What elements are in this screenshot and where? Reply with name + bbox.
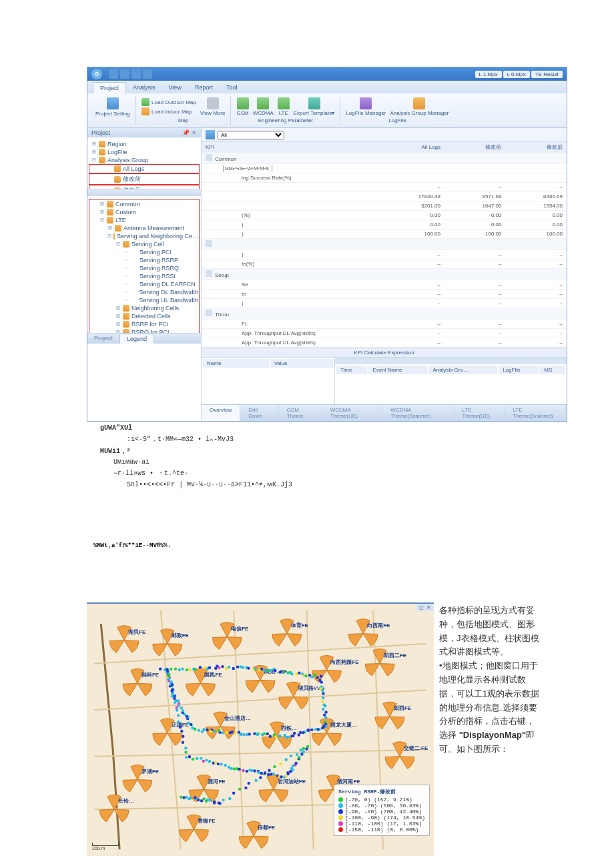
- drive-test-point[interactable]: [234, 732, 236, 735]
- kpi-row[interactable]: Se–––: [202, 280, 567, 290]
- drive-test-point[interactable]: [187, 721, 190, 724]
- tree-item[interactable]: 修改后: [89, 185, 200, 189]
- drive-test-point[interactable]: [310, 675, 313, 678]
- drive-test-point[interactable]: [320, 681, 323, 683]
- expand-icon[interactable]: ⊟: [99, 218, 105, 223]
- tab-view[interactable]: View: [162, 82, 188, 93]
- kpi-row[interactable]: App. Throughput DL Avg(kbit/s)–––: [202, 329, 567, 338]
- drive-test-point[interactable]: [254, 667, 257, 670]
- expand-icon[interactable]: ⊞: [115, 314, 121, 319]
- theme-tab[interactable]: WCDMA Theme(Scanner): [382, 405, 454, 421]
- drive-test-point[interactable]: [260, 772, 263, 775]
- scroll-header[interactable]: [335, 358, 567, 364]
- drive-test-point[interactable]: [321, 727, 324, 729]
- close-icon[interactable]: ✕: [426, 604, 431, 610]
- tree-item[interactable]: ⊟LTE: [90, 216, 198, 224]
- drive-test-point[interactable]: [256, 733, 259, 736]
- expand-icon[interactable]: [107, 166, 112, 171]
- col-header[interactable]: Analysis Gro…: [428, 366, 497, 374]
- drive-test-point[interactable]: [321, 700, 324, 703]
- drive-test-point[interactable]: [246, 733, 248, 736]
- cell-site-sector[interactable]: [123, 780, 137, 793]
- drive-test-point[interactable]: [299, 731, 302, 734]
- drive-test-point[interactable]: [264, 771, 266, 774]
- tab-report[interactable]: Report: [188, 82, 220, 93]
- drive-test-point[interactable]: [179, 726, 182, 729]
- drive-test-point[interactable]: [273, 733, 276, 736]
- drive-test-point[interactable]: [228, 797, 231, 800]
- drive-test-point[interactable]: [246, 770, 248, 773]
- kpi-row[interactable]: te–––: [202, 290, 567, 299]
- tree-item[interactable]: ⊞Antenna Measurement: [90, 224, 198, 232]
- legend-tab[interactable]: Legend: [119, 334, 154, 344]
- tree-item[interactable]: →Serving DL Bandwidth: [90, 288, 198, 296]
- drive-test-point[interactable]: [310, 729, 313, 731]
- expand-icon[interactable]: [206, 240, 212, 247]
- drive-test-point[interactable]: [218, 729, 220, 732]
- analysis-group-manager-button[interactable]: Analysis Group Manager: [390, 97, 448, 116]
- drive-test-point[interactable]: [320, 675, 322, 677]
- expand-icon[interactable]: ⊞: [115, 306, 121, 311]
- expand-icon[interactable]: [206, 154, 212, 161]
- expand-icon[interactable]: →: [123, 250, 129, 255]
- cell-site-sector[interactable]: [380, 664, 394, 677]
- cell-site-sector[interactable]: [123, 683, 137, 696]
- theme-tab[interactable]: WCDMA Theme(UE): [322, 405, 383, 421]
- expand-icon[interactable]: ⊞: [91, 141, 97, 147]
- drive-test-point[interactable]: [222, 799, 224, 801]
- drive-test-point[interactable]: [194, 728, 196, 731]
- drive-test-point[interactable]: [214, 761, 217, 764]
- drive-test-point[interactable]: [274, 669, 276, 672]
- cell-site-sector[interactable]: [254, 836, 268, 849]
- drive-test-point[interactable]: [176, 707, 178, 709]
- cell-site-sector[interactable]: [194, 829, 209, 842]
- cell-site-sector[interactable]: [279, 697, 294, 709]
- drive-test-point[interactable]: [186, 715, 188, 718]
- drive-test-point[interactable]: [191, 727, 194, 729]
- drive-test-point[interactable]: [171, 683, 174, 686]
- drive-test-point[interactable]: [272, 773, 275, 775]
- drive-test-point[interactable]: [192, 758, 194, 761]
- drive-test-point[interactable]: [218, 801, 220, 804]
- drive-test-point[interactable]: [242, 666, 244, 669]
- cell-site-sector[interactable]: [168, 733, 182, 746]
- cell-site-sector[interactable]: [246, 680, 260, 693]
- theme-tab[interactable]: LTE Theme(Scanner): [505, 405, 567, 421]
- drive-test-point[interactable]: [296, 753, 298, 756]
- cell-site-sector[interactable]: [326, 670, 341, 683]
- cell-site-sector[interactable]: [137, 780, 152, 793]
- project-setting-button[interactable]: [107, 97, 119, 109]
- cell-site-sector[interactable]: [180, 829, 194, 842]
- drive-test-point[interactable]: [182, 741, 184, 744]
- drive-test-point[interactable]: [306, 745, 309, 748]
- tab-tool[interactable]: Tool: [220, 82, 244, 93]
- cell-site-sector[interactable]: [227, 637, 242, 650]
- cell-site-sector[interactable]: [274, 790, 288, 803]
- kpi-row[interactable]: te(%)–––: [202, 260, 567, 269]
- drive-test-point[interactable]: [177, 721, 180, 723]
- expand-icon[interactable]: ⊟: [107, 234, 111, 239]
- drive-test-point[interactable]: [302, 731, 304, 734]
- cell-site-sector[interactable]: [200, 683, 215, 696]
- drive-test-point[interactable]: [206, 729, 208, 731]
- drive-test-point[interactable]: [263, 669, 266, 671]
- drive-test-point[interactable]: [290, 735, 293, 737]
- kpi-row[interactable]: │SM•^•3•~W·M·M·B │: [202, 164, 567, 173]
- kpi-row[interactable]: ing Success Rate(%): [202, 173, 567, 183]
- drive-test-point[interactable]: [324, 711, 327, 713]
- drive-test-point[interactable]: [293, 732, 296, 735]
- gsm-button[interactable]: GSM: [236, 97, 248, 116]
- cell-site-sector[interactable]: [365, 664, 380, 677]
- drive-test-point[interactable]: [180, 730, 183, 733]
- drive-test-point[interactable]: [225, 731, 228, 734]
- drive-test-point[interactable]: [176, 709, 178, 711]
- minimize-icon[interactable]: ◻: [419, 604, 424, 610]
- drive-test-point[interactable]: [295, 673, 298, 675]
- drive-test-point[interactable]: [314, 673, 316, 676]
- quick-access[interactable]: [109, 69, 152, 79]
- drive-test-point[interactable]: [230, 767, 233, 770]
- kpi-row[interactable]: Fr.–––: [202, 320, 567, 329]
- drive-test-point[interactable]: [269, 669, 272, 672]
- kpi-col-header[interactable]: 修改后: [505, 142, 567, 153]
- tree-item[interactable]: ⊞Detected Cells: [90, 312, 198, 320]
